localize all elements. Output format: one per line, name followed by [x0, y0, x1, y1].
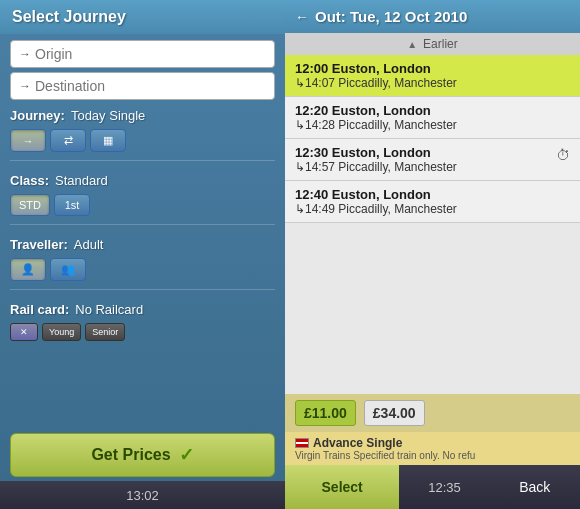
journey-value: Today Single [71, 108, 145, 123]
journey-item[interactable]: 12:00 Euston, London ↳14:07 Piccadilly, … [285, 55, 580, 97]
ticket-provider: Virgin Trains [295, 450, 350, 461]
journey-label-row: Journey: Today Single [10, 108, 275, 123]
traveller-button-row: 👤 👥 [10, 258, 275, 281]
destination-arrow-icon: → [19, 79, 31, 93]
right-bottom-bar: Select 12:35 Back [285, 465, 580, 509]
journey-to: ↳14:07 Piccadilly, Manchester [295, 76, 570, 90]
std-label: STD [19, 199, 41, 211]
left-time: 13:02 [126, 488, 159, 503]
young-label: Young [49, 327, 74, 337]
journey-item[interactable]: 12:40 Euston, London ↳14:49 Piccadilly, … [285, 181, 580, 223]
railcard-button-row: ✕ Young Senior [10, 323, 275, 341]
group-person-icon: 👥 [61, 263, 75, 276]
select-button[interactable]: Select [285, 465, 399, 509]
get-prices-label: Get Prices [91, 446, 170, 464]
class-value: Standard [55, 173, 108, 188]
traveller-label: Traveller: [10, 237, 68, 252]
senior-label: Senior [92, 327, 118, 337]
traveller-label-row: Traveller: Adult [10, 237, 275, 252]
divider-3 [10, 289, 275, 290]
class-label: Class: [10, 173, 49, 188]
journey-list: 12:00 Euston, London ↳14:07 Piccadilly, … [285, 55, 580, 394]
duration-icon: ⏱ [556, 147, 570, 163]
earlier-label: Earlier [423, 37, 458, 51]
traveller-value: Adult [74, 237, 104, 252]
class-label-row: Class: Standard [10, 173, 275, 188]
origin-arrow-icon: → [19, 47, 31, 61]
ticket-title: Advance Single [295, 436, 570, 450]
left-title: Select Journey [12, 8, 126, 25]
ticket-info: Advance Single Virgin Trains Specified t… [285, 432, 580, 465]
right-header: ← Out: Tue, 12 Oct 2010 [285, 0, 580, 33]
left-header: Select Journey [0, 0, 285, 34]
journey-to: ↳14:28 Piccadilly, Manchester [295, 118, 570, 132]
class-button-row: STD 1st [10, 194, 275, 216]
first-class-btn[interactable]: 1st [54, 194, 90, 216]
ticket-note-text: Specified train only. No refu [353, 450, 475, 461]
destination-input[interactable] [35, 78, 266, 94]
calendar-icon: ▦ [103, 134, 113, 147]
railcard-value: No Railcard [75, 302, 143, 317]
young-railcard-btn[interactable]: Young [42, 323, 81, 341]
journey-from: 12:20 Euston, London [295, 103, 570, 118]
adult-traveller-btn[interactable]: 👤 [10, 258, 46, 281]
journey-from: 12:30 Euston, London [295, 145, 570, 160]
single-journey-btn[interactable]: → [10, 129, 46, 152]
divider-2 [10, 224, 275, 225]
ticket-type-label: Advance Single [313, 436, 402, 450]
railcard-label: Rail card: [10, 302, 69, 317]
price-row: £11.00 £34.00 [285, 394, 580, 432]
origin-input-row[interactable]: → [10, 40, 275, 68]
earlier-button[interactable]: ▲ Earlier [285, 33, 580, 55]
right-time: 12:35 [428, 480, 461, 495]
ticket-note: Virgin Trains Specified train only. No r… [295, 450, 570, 461]
journey-from: 12:40 Euston, London [295, 187, 570, 202]
destination-input-row[interactable]: → [10, 72, 275, 100]
journey-to: ↳14:57 Piccadilly, Manchester [295, 160, 570, 174]
journey-label: Journey: [10, 108, 65, 123]
return-icon: ⇄ [64, 134, 73, 147]
checkmark-icon: ✓ [179, 444, 194, 466]
right-panel: ← Out: Tue, 12 Oct 2010 ▲ Earlier 12:00 … [285, 0, 580, 509]
earlier-arrow-icon: ▲ [407, 39, 417, 50]
no-railcard-btn[interactable]: ✕ [10, 323, 38, 341]
calendar-btn[interactable]: ▦ [90, 129, 126, 152]
journey-item[interactable]: ⏱ 12:30 Euston, London ↳14:57 Piccadilly… [285, 139, 580, 181]
journey-item[interactable]: 12:20 Euston, London ↳14:28 Piccadilly, … [285, 97, 580, 139]
ticket-flag-icon [295, 438, 309, 448]
back-button[interactable]: Back [490, 465, 580, 509]
standard-class-btn[interactable]: STD [10, 194, 50, 216]
journey-button-row: → ⇄ ▦ [10, 129, 275, 152]
right-bottom-time: 12:35 [399, 465, 489, 509]
group-traveller-btn[interactable]: 👥 [50, 258, 86, 281]
return-journey-btn[interactable]: ⇄ [50, 129, 86, 152]
x-icon: ✕ [20, 327, 28, 337]
journey-to: ↳14:49 Piccadilly, Manchester [295, 202, 570, 216]
1st-label: 1st [65, 199, 80, 211]
single-icon: → [23, 135, 34, 147]
journey-from: 12:00 Euston, London [295, 61, 570, 76]
divider-1 [10, 160, 275, 161]
price-2[interactable]: £34.00 [364, 400, 425, 426]
get-prices-button[interactable]: Get Prices ✓ [10, 433, 275, 477]
select-label: Select [322, 479, 363, 495]
railcard-label-row: Rail card: No Railcard [10, 302, 275, 317]
out-arrow-icon: ← [295, 9, 309, 25]
left-bottom-bar: 13:02 [0, 481, 285, 509]
right-title: Out: Tue, 12 Oct 2010 [315, 8, 467, 25]
left-panel: Select Journey → → Journey: Today Single… [0, 0, 285, 509]
ticket-type-text: Advance Single [313, 436, 402, 450]
left-content: → → Journey: Today Single → ⇄ ▦ [0, 34, 285, 427]
back-label: Back [519, 479, 550, 495]
senior-railcard-btn[interactable]: Senior [85, 323, 125, 341]
origin-input[interactable] [35, 46, 266, 62]
price-1[interactable]: £11.00 [295, 400, 356, 426]
adult-person-icon: 👤 [21, 263, 35, 276]
